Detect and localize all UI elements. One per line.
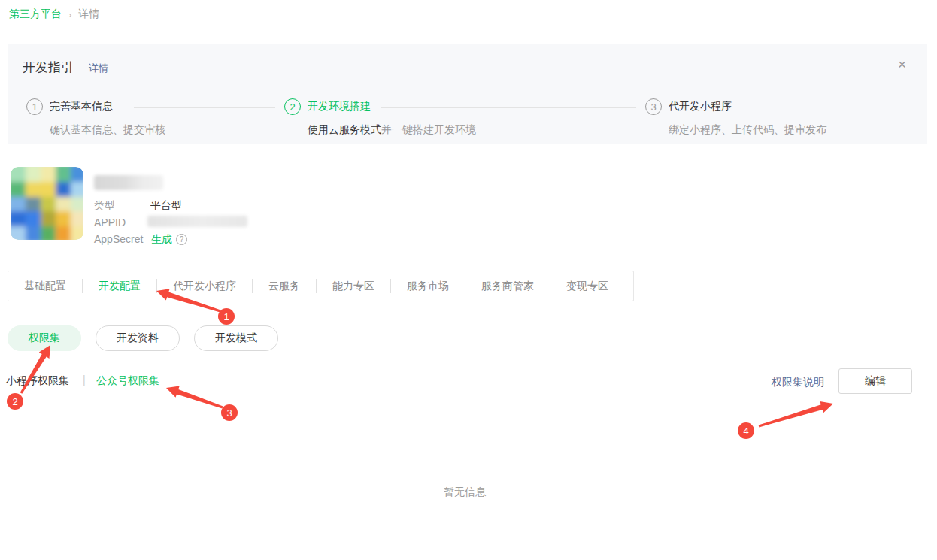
subtab-official-account-permission-set[interactable]: 公众号权限集 bbox=[96, 374, 159, 388]
help-question-icon[interactable]: ? bbox=[176, 234, 187, 245]
page: 第三方平台 › 详情 开发指引 详情 × 1 完善基本信息 确认基本信息、提交审… bbox=[0, 0, 937, 560]
annotation-circle-4: 4 bbox=[738, 422, 754, 439]
app-type-value: 平台型 bbox=[150, 199, 182, 213]
appid-label: APPID bbox=[94, 216, 126, 229]
step-1-number: 1 bbox=[26, 98, 43, 115]
step-3-title: 代开发小程序 bbox=[669, 100, 732, 114]
close-icon[interactable]: × bbox=[898, 57, 906, 71]
dev-config-pills: 权限集 开发资料 开发模式 bbox=[8, 325, 278, 351]
annotation-circle-2: 2 bbox=[7, 393, 23, 410]
step-2-desc: 使用云服务模式并一键搭建开发环境 bbox=[308, 123, 476, 137]
annotation-circle-3: 3 bbox=[221, 404, 238, 421]
step-connector bbox=[381, 107, 636, 108]
step-2-desc-strong: 使用云服务模式 bbox=[308, 123, 381, 135]
divider: | bbox=[83, 374, 86, 386]
step-2-number: 2 bbox=[284, 98, 301, 115]
tab-dev-config[interactable]: 开发配置 bbox=[83, 280, 156, 293]
tab-monetization-zone[interactable]: 变现专区 bbox=[550, 280, 624, 293]
guide-step-1: 1 完善基本信息 确认基本信息、提交审核 bbox=[26, 98, 165, 137]
guide-detail-link[interactable]: 详情 bbox=[89, 62, 108, 75]
chevron-right-icon: › bbox=[68, 9, 71, 20]
tab-cloud-service[interactable]: 云服务 bbox=[253, 280, 316, 293]
step-2-title: 开发环境搭建 bbox=[308, 100, 371, 114]
banner-title: 开发指引 bbox=[23, 59, 74, 76]
tab-service-market[interactable]: 服务市场 bbox=[391, 280, 465, 293]
step-2-desc-rest: 并一键搭建开发环境 bbox=[381, 123, 476, 135]
tab-delegated-miniprogram[interactable]: 代开发小程序 bbox=[157, 280, 252, 293]
pill-dev-materials[interactable]: 开发资料 bbox=[96, 325, 180, 351]
permission-set-doc-link[interactable]: 权限集说明 bbox=[772, 376, 824, 389]
edit-button[interactable]: 编辑 bbox=[838, 368, 912, 394]
app-type-label: 类型 bbox=[94, 199, 115, 213]
empty-state-text: 暂无信息 bbox=[444, 486, 486, 499]
config-tabs: 基础配置 开发配置 代开发小程序 云服务 能力专区 服务市场 服务商管家 变现专… bbox=[8, 271, 634, 301]
breadcrumb-current: 详情 bbox=[78, 8, 99, 21]
pill-dev-mode[interactable]: 开发模式 bbox=[194, 325, 278, 351]
app-avatar bbox=[11, 167, 83, 240]
step-1-desc: 确认基本信息、提交审核 bbox=[50, 123, 165, 137]
tab-service-provider-assistant[interactable]: 服务商管家 bbox=[465, 280, 550, 293]
dev-guide-banner: 开发指引 详情 × 1 完善基本信息 确认基本信息、提交审核 2 开发环境搭建 … bbox=[8, 44, 927, 144]
tab-basic-config[interactable]: 基础配置 bbox=[8, 280, 82, 293]
step-1-title: 完善基本信息 bbox=[50, 100, 113, 114]
step-3-desc: 绑定小程序、上传代码、提审发布 bbox=[669, 123, 826, 137]
breadcrumb-link-third-party-platform[interactable]: 第三方平台 bbox=[9, 8, 62, 21]
subtab-miniprogram-permission-set[interactable]: 小程序权限集 bbox=[6, 374, 69, 388]
guide-step-2: 2 开发环境搭建 使用云服务模式并一键搭建开发环境 bbox=[284, 98, 476, 137]
divider bbox=[80, 60, 80, 74]
pill-permission-set[interactable]: 权限集 bbox=[8, 325, 81, 351]
generate-appsecret-link[interactable]: 生成 bbox=[151, 233, 172, 247]
appsecret-label: AppSecret bbox=[94, 233, 143, 245]
breadcrumb: 第三方平台 › 详情 bbox=[9, 8, 99, 21]
appid-value-redacted bbox=[147, 216, 247, 227]
annotation-circle-1: 1 bbox=[218, 308, 235, 325]
app-name-redacted bbox=[94, 175, 163, 190]
guide-step-3: 3 代开发小程序 绑定小程序、上传代码、提审发布 bbox=[645, 98, 826, 137]
tab-capability-zone[interactable]: 能力专区 bbox=[317, 280, 390, 293]
step-3-number: 3 bbox=[645, 98, 662, 115]
step-connector bbox=[134, 107, 275, 108]
